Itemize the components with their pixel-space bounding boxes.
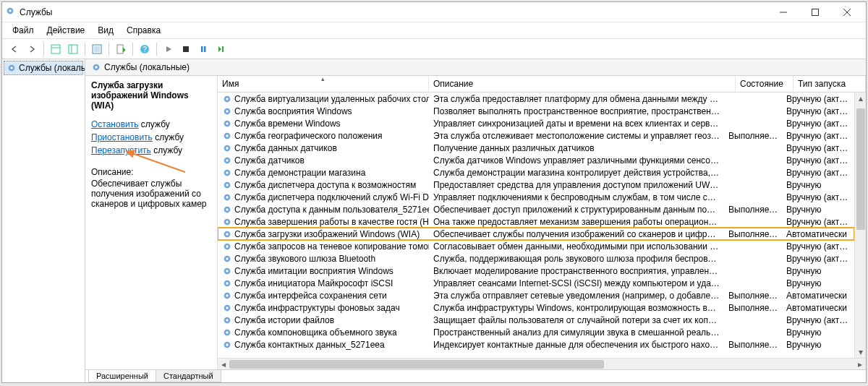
service-row[interactable]: Служба компоновщика объемного звукаПрост… xyxy=(218,326,854,338)
svg-point-49 xyxy=(226,245,229,248)
svg-point-55 xyxy=(226,282,229,285)
service-row[interactable]: Служба звукового шлюза BluetoothСлужба, … xyxy=(218,252,854,265)
service-row[interactable]: Служба инициатора Майкрософт iSCSIУправл… xyxy=(218,277,854,289)
col-header-start[interactable]: Тип запуска xyxy=(793,76,866,92)
service-row[interactable]: Служба загрузки изображений Windows (WIA… xyxy=(218,228,854,240)
view-icon1-button[interactable] xyxy=(48,41,64,57)
svg-point-31 xyxy=(226,134,229,137)
minimize-button[interactable] xyxy=(767,2,799,22)
svg-rect-8 xyxy=(69,45,77,53)
service-row[interactable]: Служба данных датчиковПолучение данных р… xyxy=(218,142,854,154)
pause-link[interactable]: Приостановить xyxy=(91,132,153,142)
scroll-up-icon[interactable]: ▴ xyxy=(855,93,866,104)
menu-view[interactable]: Вид xyxy=(93,24,118,37)
svg-point-59 xyxy=(226,306,229,309)
service-row[interactable]: Служба истории файловЗащищает файлы поль… xyxy=(218,314,854,326)
svg-point-35 xyxy=(226,159,229,162)
view-icon2-button[interactable] xyxy=(65,41,81,57)
svg-rect-11 xyxy=(94,46,100,52)
service-row[interactable]: Служба географического положенияЭта служ… xyxy=(218,129,854,142)
service-row[interactable]: Служба завершения работы в качестве гост… xyxy=(218,215,854,228)
col-header-desc[interactable]: Описание xyxy=(429,76,736,92)
gear-icon xyxy=(222,278,232,288)
refresh-button[interactable] xyxy=(89,41,105,57)
service-row[interactable]: Служба доступа к данным пользователя_527… xyxy=(218,203,854,215)
service-row[interactable]: Служба демонстрации магазинаСлужба демон… xyxy=(218,166,854,179)
svg-rect-18 xyxy=(222,46,224,52)
gear-icon xyxy=(222,266,232,276)
service-row[interactable]: Служба датчиковСлужба датчиков Windows у… xyxy=(218,154,854,166)
gear-icon xyxy=(222,241,232,252)
help-button[interactable]: ? xyxy=(137,41,153,57)
svg-point-33 xyxy=(226,147,229,150)
gear-icon xyxy=(222,106,232,116)
svg-point-22 xyxy=(95,66,98,69)
title-bar: Службы xyxy=(2,2,866,22)
service-row[interactable]: Служба инфраструктуры фоновых задачСлужб… xyxy=(218,301,854,314)
col-header-state[interactable]: Состояние xyxy=(736,76,793,92)
scroll-down-icon[interactable]: ▾ xyxy=(855,346,866,358)
svg-point-61 xyxy=(226,319,229,322)
service-row[interactable]: Служба времени WindowsУправляет синхрони… xyxy=(218,117,854,129)
service-row[interactable]: Служба виртуализации удаленных рабочих с… xyxy=(218,93,854,105)
vertical-scrollbar[interactable]: ▴ ▾ xyxy=(854,93,866,358)
svg-point-29 xyxy=(226,122,229,125)
detail-pane: Служба загрузки изображений Windows (WIA… xyxy=(85,76,217,369)
start-service-button[interactable] xyxy=(161,41,176,57)
gear-icon xyxy=(222,303,232,313)
service-row[interactable]: Служба диспетчера подключений служб Wi-F… xyxy=(218,191,854,203)
export-button[interactable] xyxy=(113,41,129,57)
menu-help[interactable]: Справка xyxy=(122,24,165,37)
svg-point-1 xyxy=(9,9,12,12)
nav-back-button[interactable] xyxy=(7,41,22,57)
service-row[interactable]: Служба запросов на теневое копирование т… xyxy=(218,240,854,252)
svg-rect-17 xyxy=(204,46,206,52)
tree-root-services[interactable]: Службы (локаль xyxy=(4,61,83,75)
sort-asc-icon: ▴ xyxy=(321,76,325,82)
scroll-left-icon[interactable]: ◂ xyxy=(218,359,229,369)
nav-forward-button[interactable] xyxy=(24,41,40,57)
description-label: Описание: xyxy=(91,167,210,177)
rows-container: Служба виртуализации удаленных рабочих с… xyxy=(218,93,854,358)
svg-rect-6 xyxy=(51,45,60,53)
right-header-title: Службы (локальные) xyxy=(104,62,190,72)
gear-icon xyxy=(222,327,232,338)
scroll-right-icon[interactable]: ▸ xyxy=(854,359,866,369)
horizontal-scrollbar[interactable]: ◂ ▸ xyxy=(218,358,866,369)
svg-text:?: ? xyxy=(142,46,147,53)
toolbar: ? xyxy=(2,39,866,59)
pause-service-button[interactable] xyxy=(195,41,211,57)
menu-bar: Файл Действие Вид Справка xyxy=(2,22,866,39)
gear-icon xyxy=(222,291,232,301)
menu-file[interactable]: Файл xyxy=(8,24,38,37)
menu-action[interactable]: Действие xyxy=(43,24,90,37)
description-text: Обеспечивает службы получения изображени… xyxy=(91,179,210,209)
tab-standard[interactable]: Стандартный xyxy=(156,370,221,382)
service-row[interactable]: Служба интерфейса сохранения сетиЭта слу… xyxy=(218,289,854,301)
service-row[interactable]: Служба контактных данных_5271eeaИндексир… xyxy=(218,338,854,351)
maximize-button[interactable] xyxy=(799,2,831,22)
gear-icon xyxy=(222,180,232,190)
list-pane: Имя▴ Описание Состояние Тип запуска Служ… xyxy=(217,76,866,369)
gear-icon xyxy=(222,254,232,264)
right-header: Службы (локальные) xyxy=(85,59,866,76)
window-title: Службы xyxy=(20,7,52,17)
gear-icon xyxy=(222,217,232,227)
gear-icon xyxy=(222,131,232,141)
restart-link[interactable]: Перезапустить xyxy=(91,145,151,155)
stop-service-button[interactable] xyxy=(178,41,194,57)
svg-point-45 xyxy=(226,220,229,223)
tab-extended[interactable]: Расширенный xyxy=(88,370,156,382)
tree-pane: Службы (локаль xyxy=(2,59,85,382)
service-row[interactable]: Служба диспетчера доступа к возможностям… xyxy=(218,179,854,191)
stop-link[interactable]: Остановить xyxy=(91,119,139,129)
gear-icon xyxy=(222,315,232,325)
gear-icon xyxy=(222,205,232,215)
svg-point-47 xyxy=(226,233,229,236)
col-header-name[interactable]: Имя▴ xyxy=(218,76,429,92)
service-row[interactable]: Служба восприятия WindowsПозволяет выпол… xyxy=(218,105,854,117)
close-button[interactable] xyxy=(831,2,863,22)
svg-rect-16 xyxy=(201,46,203,52)
service-row[interactable]: Служба имитации восприятия WindowsВключа… xyxy=(218,265,854,277)
restart-service-button[interactable] xyxy=(213,41,229,57)
